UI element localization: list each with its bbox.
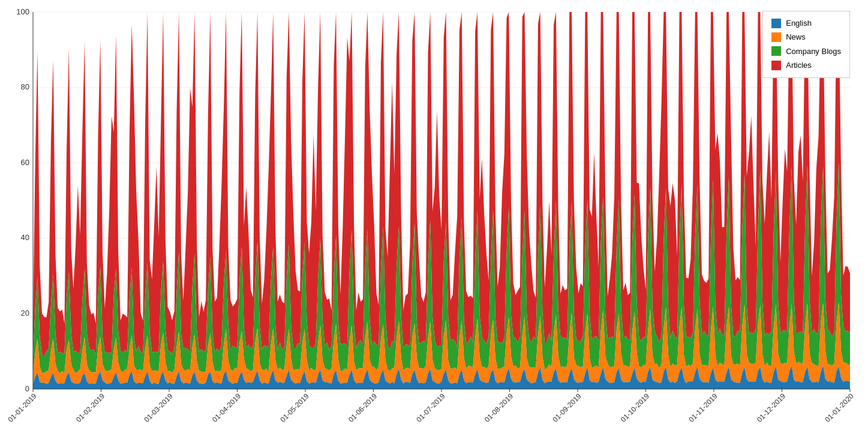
legend-label-news: News	[786, 30, 806, 44]
legend-color-articles	[771, 61, 781, 70]
legend-label-company-blogs: Company Blogs	[786, 44, 841, 58]
legend-item-company-blogs: Company Blogs	[771, 44, 841, 58]
legend-item-english: English	[771, 16, 841, 30]
legend-item-articles: Articles	[771, 58, 841, 72]
chart-legend: English News Company Blogs Articles	[762, 11, 850, 78]
legend-color-news	[771, 32, 781, 42]
legend-color-english	[771, 19, 781, 28]
legend-label-english: English	[786, 16, 812, 30]
legend-color-company-blogs	[771, 46, 781, 56]
chart-container: English News Company Blogs Articles	[0, 0, 868, 437]
legend-label-articles: Articles	[786, 58, 812, 72]
legend-item-news: News	[771, 30, 841, 44]
